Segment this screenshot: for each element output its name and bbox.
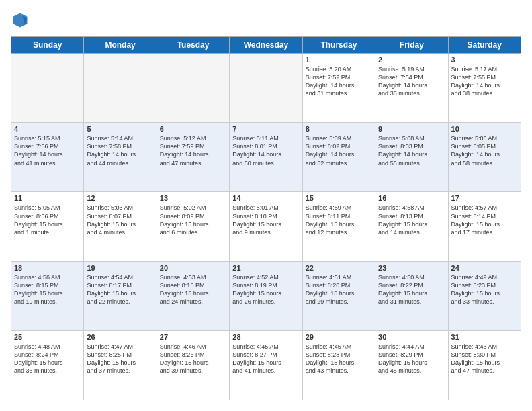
calendar-cell: 6Sunrise: 5:12 AM Sunset: 7:59 PM Daylig… [157, 123, 229, 192]
day-info: Sunrise: 4:56 AM Sunset: 8:15 PM Dayligh… [14, 273, 81, 306]
day-info: Sunrise: 5:12 AM Sunset: 7:59 PM Dayligh… [160, 134, 226, 167]
day-header-sunday: Sunday [11, 37, 84, 54]
day-info: Sunrise: 4:58 AM Sunset: 8:13 PM Dayligh… [378, 203, 445, 236]
day-number: 1 [306, 56, 372, 64]
calendar-cell: 22Sunrise: 4:51 AM Sunset: 8:20 PM Dayli… [302, 261, 375, 330]
day-info: Sunrise: 5:01 AM Sunset: 8:10 PM Dayligh… [232, 203, 299, 236]
calendar-cell: 8Sunrise: 5:09 AM Sunset: 8:02 PM Daylig… [302, 123, 375, 192]
day-info: Sunrise: 5:03 AM Sunset: 8:07 PM Dayligh… [87, 203, 153, 236]
day-number: 26 [87, 333, 153, 341]
day-number: 30 [378, 333, 445, 341]
calendar-cell: 20Sunrise: 4:53 AM Sunset: 8:18 PM Dayli… [157, 261, 229, 330]
calendar-cell: 1Sunrise: 5:20 AM Sunset: 7:52 PM Daylig… [302, 54, 375, 123]
day-info: Sunrise: 4:45 AM Sunset: 8:27 PM Dayligh… [232, 342, 299, 375]
calendar-cell: 21Sunrise: 4:52 AM Sunset: 8:19 PM Dayli… [230, 261, 302, 330]
day-info: Sunrise: 5:05 AM Sunset: 8:06 PM Dayligh… [14, 203, 81, 236]
logo [11, 11, 32, 30]
day-info: Sunrise: 5:20 AM Sunset: 7:52 PM Dayligh… [306, 65, 372, 98]
calendar-cell: 30Sunrise: 4:44 AM Sunset: 8:29 PM Dayli… [375, 330, 448, 400]
day-number: 12 [87, 194, 153, 202]
day-number: 25 [14, 333, 81, 341]
day-header-thursday: Thursday [302, 37, 375, 54]
day-info: Sunrise: 5:14 AM Sunset: 7:58 PM Dayligh… [87, 134, 153, 167]
day-number: 5 [87, 125, 153, 133]
day-header-wednesday: Wednesday [230, 37, 302, 54]
calendar-cell: 31Sunrise: 4:43 AM Sunset: 8:30 PM Dayli… [448, 330, 521, 400]
day-number: 16 [378, 194, 445, 202]
day-number: 31 [451, 333, 518, 341]
day-number: 15 [306, 194, 372, 202]
day-header-tuesday: Tuesday [157, 37, 229, 54]
day-info: Sunrise: 4:52 AM Sunset: 8:19 PM Dayligh… [232, 273, 299, 306]
calendar-cell: 2Sunrise: 5:19 AM Sunset: 7:54 PM Daylig… [375, 54, 448, 123]
day-number: 7 [232, 125, 299, 133]
calendar-cell: 27Sunrise: 4:46 AM Sunset: 8:26 PM Dayli… [157, 330, 229, 400]
calendar-cell [84, 54, 157, 123]
day-header-monday: Monday [84, 37, 157, 54]
day-info: Sunrise: 4:53 AM Sunset: 8:18 PM Dayligh… [160, 273, 226, 306]
day-info: Sunrise: 4:57 AM Sunset: 8:14 PM Dayligh… [451, 203, 518, 236]
day-number: 19 [87, 264, 153, 272]
calendar-cell: 16Sunrise: 4:58 AM Sunset: 8:13 PM Dayli… [375, 192, 448, 261]
calendar-cell: 28Sunrise: 4:45 AM Sunset: 8:27 PM Dayli… [230, 330, 302, 400]
calendar-cell: 7Sunrise: 5:11 AM Sunset: 8:01 PM Daylig… [230, 123, 302, 192]
day-info: Sunrise: 4:46 AM Sunset: 8:26 PM Dayligh… [160, 342, 226, 375]
day-number: 2 [378, 56, 445, 64]
calendar-cell: 18Sunrise: 4:56 AM Sunset: 8:15 PM Dayli… [11, 261, 84, 330]
calendar-cell: 15Sunrise: 4:59 AM Sunset: 8:11 PM Dayli… [302, 192, 375, 261]
day-number: 20 [160, 264, 226, 272]
calendar-cell [157, 54, 229, 123]
day-info: Sunrise: 4:59 AM Sunset: 8:11 PM Dayligh… [306, 203, 372, 236]
calendar-cell: 19Sunrise: 4:54 AM Sunset: 8:17 PM Dayli… [84, 261, 157, 330]
header [11, 11, 521, 30]
day-number: 6 [160, 125, 226, 133]
day-number: 14 [232, 194, 299, 202]
day-info: Sunrise: 5:11 AM Sunset: 8:01 PM Dayligh… [232, 134, 299, 167]
calendar-cell: 25Sunrise: 4:48 AM Sunset: 8:24 PM Dayli… [11, 330, 84, 400]
day-number: 8 [306, 125, 372, 133]
calendar-cell: 5Sunrise: 5:14 AM Sunset: 7:58 PM Daylig… [84, 123, 157, 192]
day-number: 24 [451, 264, 518, 272]
calendar-cell [11, 54, 84, 123]
day-number: 4 [14, 125, 81, 133]
day-info: Sunrise: 4:47 AM Sunset: 8:25 PM Dayligh… [87, 342, 153, 375]
day-number: 22 [306, 264, 372, 272]
calendar-cell: 23Sunrise: 4:50 AM Sunset: 8:22 PM Dayli… [375, 261, 448, 330]
day-header-saturday: Saturday [448, 37, 521, 54]
calendar-cell: 4Sunrise: 5:15 AM Sunset: 7:56 PM Daylig… [11, 123, 84, 192]
day-info: Sunrise: 5:02 AM Sunset: 8:09 PM Dayligh… [160, 203, 226, 236]
day-info: Sunrise: 5:19 AM Sunset: 7:54 PM Dayligh… [378, 65, 445, 98]
day-info: Sunrise: 4:43 AM Sunset: 8:30 PM Dayligh… [451, 342, 518, 375]
day-info: Sunrise: 4:51 AM Sunset: 8:20 PM Dayligh… [306, 273, 372, 306]
calendar-cell [230, 54, 302, 123]
calendar-cell: 3Sunrise: 5:17 AM Sunset: 7:55 PM Daylig… [448, 54, 521, 123]
calendar-cell: 14Sunrise: 5:01 AM Sunset: 8:10 PM Dayli… [230, 192, 302, 261]
day-number: 10 [451, 125, 518, 133]
calendar-table: SundayMondayTuesdayWednesdayThursdayFrid… [11, 36, 521, 400]
day-number: 17 [451, 194, 518, 202]
day-number: 3 [451, 56, 518, 64]
day-info: Sunrise: 5:17 AM Sunset: 7:55 PM Dayligh… [451, 65, 518, 98]
page: SundayMondayTuesdayWednesdayThursdayFrid… [0, 0, 532, 411]
day-number: 28 [232, 333, 299, 341]
day-info: Sunrise: 5:15 AM Sunset: 7:56 PM Dayligh… [14, 134, 81, 167]
calendar-cell: 12Sunrise: 5:03 AM Sunset: 8:07 PM Dayli… [84, 192, 157, 261]
calendar-cell: 26Sunrise: 4:47 AM Sunset: 8:25 PM Dayli… [84, 330, 157, 400]
day-info: Sunrise: 4:54 AM Sunset: 8:17 PM Dayligh… [87, 273, 153, 306]
day-number: 13 [160, 194, 226, 202]
day-info: Sunrise: 5:06 AM Sunset: 8:05 PM Dayligh… [451, 134, 518, 167]
calendar-cell: 17Sunrise: 4:57 AM Sunset: 8:14 PM Dayli… [448, 192, 521, 261]
day-number: 21 [232, 264, 299, 272]
calendar-cell: 29Sunrise: 4:45 AM Sunset: 8:28 PM Dayli… [302, 330, 375, 400]
day-info: Sunrise: 4:50 AM Sunset: 8:22 PM Dayligh… [378, 273, 445, 306]
day-number: 23 [378, 264, 445, 272]
day-number: 27 [160, 333, 226, 341]
day-number: 18 [14, 264, 81, 272]
day-number: 29 [306, 333, 372, 341]
day-info: Sunrise: 4:44 AM Sunset: 8:29 PM Dayligh… [378, 342, 445, 375]
day-info: Sunrise: 4:45 AM Sunset: 8:28 PM Dayligh… [306, 342, 372, 375]
calendar-cell: 11Sunrise: 5:05 AM Sunset: 8:06 PM Dayli… [11, 192, 84, 261]
day-number: 11 [14, 194, 81, 202]
day-info: Sunrise: 4:48 AM Sunset: 8:24 PM Dayligh… [14, 342, 81, 375]
day-info: Sunrise: 5:08 AM Sunset: 8:03 PM Dayligh… [378, 134, 445, 167]
